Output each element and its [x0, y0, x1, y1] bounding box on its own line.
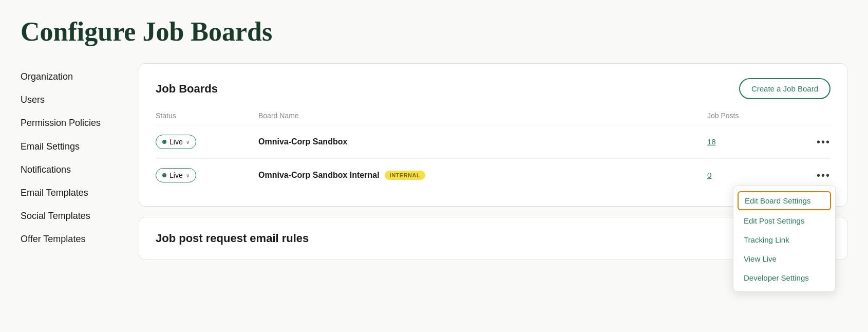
chevron-down-icon: ∨ — [186, 139, 190, 145]
status-label-1: Live — [169, 138, 183, 146]
dropdown-item-tracking-link[interactable]: Tracking Link — [733, 230, 835, 249]
dropdown-menu: Edit Board Settings Edit Post Settings T… — [733, 186, 836, 292]
col-status: Status — [156, 112, 258, 120]
card-header: Job Boards Create a Job Board — [156, 78, 831, 99]
chevron-down-icon: ∨ — [186, 173, 190, 178]
status-dot-icon — [162, 140, 166, 144]
more-options-2[interactable]: ••• — [800, 170, 831, 181]
sidebar-item-organization[interactable]: Organization — [21, 65, 139, 88]
col-job-posts: Job Posts — [707, 112, 800, 120]
status-badge-1[interactable]: Live ∨ — [156, 135, 196, 149]
sidebar-item-email-settings[interactable]: Email Settings — [21, 135, 139, 158]
create-job-board-button[interactable]: Create a Job Board — [739, 78, 831, 99]
status-cell-2: Live ∨ — [156, 168, 258, 182]
internal-badge: INTERNAL — [385, 171, 426, 180]
table-row: Live ∨ Omniva-Corp Sandbox 18 ••• — [156, 125, 831, 159]
email-rules-title: Job post request email rules — [156, 232, 309, 245]
dropdown-item-view-live[interactable]: View Live — [733, 249, 835, 268]
status-cell-1: Live ∨ — [156, 135, 258, 149]
sidebar-item-offer-templates[interactable]: Offer Templates — [21, 228, 139, 251]
sidebar-item-social-templates[interactable]: Social Templates — [21, 205, 139, 228]
sidebar-item-permission-policies[interactable]: Permission Policies — [21, 112, 139, 135]
status-badge-2[interactable]: Live ∨ — [156, 168, 196, 182]
dropdown-item-developer-settings[interactable]: Developer Settings — [733, 268, 835, 287]
card-title: Job Boards — [156, 82, 218, 96]
dropdown-item-edit-post-settings[interactable]: Edit Post Settings — [733, 211, 835, 230]
sidebar-item-users[interactable]: Users — [21, 88, 139, 112]
job-boards-card: Job Boards Create a Job Board Status Boa… — [139, 63, 847, 207]
col-board-name: Board Name — [258, 112, 707, 120]
status-dot-icon — [162, 173, 166, 177]
sidebar-item-notifications[interactable]: Notifications — [21, 158, 139, 181]
sidebar-item-email-templates[interactable]: Email Templates — [21, 181, 139, 205]
board-name-2: Omniva-Corp Sandbox Internal INTERNAL — [258, 171, 707, 180]
status-label-2: Live — [169, 171, 183, 179]
sidebar: Organization Users Permission Policies E… — [21, 63, 139, 260]
job-posts-count-1[interactable]: 18 — [707, 137, 716, 146]
job-posts-count-2[interactable]: 0 — [707, 171, 711, 179]
table-row: Live ∨ Omniva-Corp Sandbox Internal INTE… — [156, 159, 831, 192]
page-title: Configure Job Boards — [21, 16, 847, 47]
main-content: Job Boards Create a Job Board Status Boa… — [139, 63, 847, 260]
table-header: Status Board Name Job Posts — [156, 112, 831, 125]
more-options-1[interactable]: ••• — [800, 136, 831, 148]
board-name-1: Omniva-Corp Sandbox — [258, 137, 707, 146]
dropdown-item-edit-board-settings[interactable]: Edit Board Settings — [738, 191, 831, 210]
